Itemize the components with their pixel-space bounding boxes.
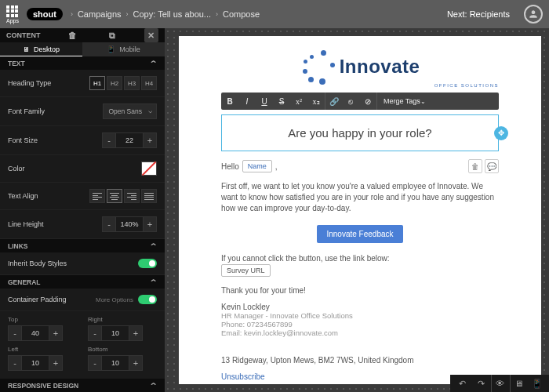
mobile-icon: 📱 — [107, 45, 115, 53]
chevron-down-icon: ⌄ — [420, 98, 426, 105]
chevron-up-icon: ⌃ — [149, 382, 158, 390]
logo-mark-icon — [300, 49, 336, 85]
content-panel-title: CONTENT — [6, 31, 41, 39]
align-left[interactable] — [89, 189, 105, 203]
pad-left-stepper[interactable]: -+ — [8, 355, 77, 371]
link-help-text: If you cannot click the button, use the … — [221, 254, 499, 263]
color-label: Color — [8, 165, 141, 172]
link-button[interactable]: 🔗 — [325, 93, 342, 110]
canvas-bottom-bar: ↶ ↷ 👁 🖥 📱 — [450, 375, 549, 392]
merge-tags-button[interactable]: Merge Tags ⌄ — [376, 93, 432, 110]
survey-url-chip[interactable]: Survey URL — [221, 264, 271, 277]
crumb-campaigns[interactable]: Campaigns — [78, 9, 122, 19]
heading-type-label: Heading Type — [8, 79, 89, 87]
chevron-right-icon: › — [71, 10, 73, 18]
apps-menu[interactable]: Apps — [6, 5, 19, 24]
clear-format-button[interactable]: ⊘ — [359, 93, 376, 110]
pad-top-stepper[interactable]: -+ — [8, 325, 77, 341]
font-family-select[interactable]: Open Sans — [103, 103, 157, 119]
section-responsive[interactable]: RESPONSIVE DESIGN⌃ — [0, 379, 165, 392]
align-justify[interactable] — [141, 189, 157, 203]
pad-left-label: Left — [8, 346, 77, 353]
close-icon[interactable]: ✕ — [144, 28, 158, 42]
italic-button[interactable]: I — [238, 93, 256, 110]
user-avatar[interactable] — [524, 5, 543, 24]
heading-h1[interactable]: H1 — [89, 76, 105, 90]
align-center[interactable] — [107, 189, 122, 203]
redo-button[interactable]: ↷ — [472, 375, 489, 392]
greeting-text: Hello — [221, 162, 239, 171]
heading-h4[interactable]: H4 — [141, 76, 157, 90]
container-padding-label: Container Padding — [8, 296, 96, 303]
tab-mobile[interactable]: 📱 Mobile — [82, 42, 165, 56]
strike-button[interactable]: S — [273, 93, 290, 110]
name-merge-chip[interactable]: Name — [242, 160, 272, 172]
more-options-label: More Options — [96, 296, 133, 303]
body-text[interactable]: First off, we want to let you know you'r… — [221, 181, 499, 214]
section-general[interactable]: GENERAL⌃ — [0, 275, 165, 289]
address-text: 13 Ridgeway, Upton Mews, BM2 7WS, United… — [221, 356, 499, 365]
mobile-preview-icon[interactable]: 📱 — [529, 375, 546, 392]
line-height-stepper[interactable]: - + — [102, 216, 157, 232]
increment-button[interactable]: + — [143, 216, 157, 232]
bold-button[interactable]: B — [221, 93, 238, 110]
heading-h2[interactable]: H2 — [107, 76, 122, 90]
crumb-compose[interactable]: Compose — [223, 9, 260, 19]
subscript-button[interactable]: x₂ — [307, 93, 325, 110]
heading-h3[interactable]: H3 — [124, 76, 140, 90]
cta-button[interactable]: Innovate Feedback — [317, 225, 402, 243]
sig-title: HR Manager - Innovate Office Solutions — [221, 311, 499, 320]
row-delete-icon[interactable]: 🗑 — [468, 159, 482, 173]
desktop-preview-icon[interactable]: 🖥 — [510, 375, 527, 392]
pad-bottom-stepper[interactable]: -+ — [88, 355, 157, 371]
color-swatch[interactable] — [141, 162, 157, 176]
pad-right-label: Right — [88, 316, 157, 323]
decrement-button[interactable]: - — [102, 216, 116, 232]
align-right[interactable] — [124, 189, 140, 203]
section-links[interactable]: LINKS⌃ — [0, 239, 165, 252]
line-height-label: Line Height — [8, 220, 102, 228]
canvas: Innovate OFFICE SOLUTIONS B I U S x² x₂ … — [165, 28, 549, 392]
superscript-button[interactable]: x² — [290, 93, 307, 110]
chevron-up-icon: ⌃ — [149, 278, 158, 286]
undo-button[interactable]: ↶ — [453, 375, 471, 392]
tab-desktop[interactable]: 🖥 Desktop — [0, 42, 82, 56]
logo-subtitle: OFFICE SOLUTIONS — [434, 83, 499, 88]
preview-button[interactable]: 👁 — [491, 375, 508, 392]
more-options-toggle[interactable] — [138, 295, 157, 304]
inherit-body-label: Inherit Body Styles — [8, 260, 138, 267]
font-size-stepper[interactable]: - + — [102, 132, 157, 148]
crumb-copy[interactable]: Copy: Tell us abou... — [133, 9, 211, 19]
underline-button[interactable]: U — [256, 93, 273, 110]
logo: Innovate OFFICE SOLUTIONS — [221, 49, 499, 88]
desktop-icon: 🖥 — [23, 45, 30, 53]
inherit-body-toggle[interactable] — [138, 259, 157, 268]
email-page[interactable]: Innovate OFFICE SOLUTIONS B I U S x² x₂ … — [179, 36, 541, 384]
font-family-label: Font Family — [8, 107, 103, 115]
increment-button[interactable]: + — [143, 132, 157, 148]
sidebar: CONTENT 🗑 ⧉ ✕ 🖥 Desktop 📱 Mobile TEXT⌃ H… — [0, 28, 165, 392]
row-comment-icon[interactable]: 💬 — [485, 159, 499, 173]
breadcrumb: › Campaigns › Copy: Tell us abou... › Co… — [71, 9, 260, 19]
pad-right-stepper[interactable]: -+ — [88, 325, 157, 341]
drag-handle-icon[interactable]: ✥ — [494, 126, 508, 140]
pad-bottom-label: Bottom — [88, 346, 157, 353]
headline-block[interactable]: Are you happy in your role? — [221, 114, 499, 151]
chevron-right-icon: › — [216, 10, 218, 18]
section-text[interactable]: TEXT⌃ — [0, 56, 165, 70]
chevron-up-icon: ⌃ — [149, 60, 158, 67]
chevron-right-icon: › — [126, 10, 129, 18]
decrement-button[interactable]: - — [102, 132, 116, 148]
duplicate-icon[interactable]: ⧉ — [105, 28, 119, 42]
sig-name: Kevin Lockley — [221, 303, 499, 311]
sig-phone: Phone: 07234567899 — [221, 320, 499, 328]
pad-top-label: Top — [8, 316, 77, 323]
delete-icon[interactable]: 🗑 — [66, 28, 80, 42]
font-size-input[interactable] — [116, 132, 143, 148]
line-height-input[interactable] — [116, 216, 143, 232]
unlink-button[interactable]: ⎋ — [342, 93, 359, 110]
next-step-link[interactable]: Next: Recipients — [447, 9, 510, 19]
sig-email: Email: kevin.lockley@innovate.com — [221, 328, 499, 337]
font-size-label: Font Size — [8, 136, 102, 144]
chevron-up-icon: ⌃ — [149, 242, 158, 250]
